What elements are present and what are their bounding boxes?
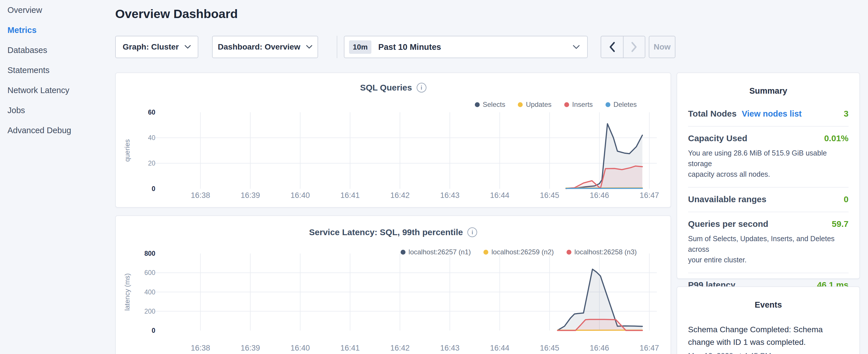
summary-row-label: Total Nodes bbox=[688, 109, 737, 119]
graph-scope-dropdown[interactable]: Graph: Cluster bbox=[115, 36, 198, 58]
x-axis-tick-label: 16:44 bbox=[490, 344, 509, 352]
chart-title: Service Latency: SQL, 99th percentile bbox=[309, 227, 463, 237]
x-axis-tick-label: 16:43 bbox=[440, 344, 460, 352]
sidebar-nav-list: OverviewMetricsDatabasesStatementsNetwor… bbox=[0, 0, 109, 140]
x-axis-tick-label: 16:45 bbox=[540, 191, 559, 200]
summary-row-value: 0.01% bbox=[824, 133, 848, 143]
sidebar: OverviewMetricsDatabasesStatementsNetwor… bbox=[0, 0, 109, 140]
events-list: Schema Change Completed: Schema change w… bbox=[677, 310, 859, 354]
metrics-dashboard-page: OverviewMetricsDatabasesStatementsNetwor… bbox=[0, 0, 868, 354]
summary-row-label: Unavailable ranges bbox=[688, 194, 766, 204]
x-axis-tick-label: 16:46 bbox=[590, 344, 609, 352]
x-axis-tick-label: 16:41 bbox=[340, 191, 360, 200]
chevron-down-icon bbox=[185, 45, 191, 49]
x-axis-tick-label: 16:40 bbox=[290, 344, 310, 352]
summary-row-capacity-used: Capacity Used0.01%You are using 28.6 MiB… bbox=[688, 127, 848, 188]
x-axis-tick-label: 16:43 bbox=[440, 191, 460, 200]
time-range-label: Past 10 Minutes bbox=[378, 42, 573, 52]
sidebar-item-network-latency[interactable]: Network Latency bbox=[0, 80, 109, 100]
sidebar-item-metrics[interactable]: Metrics bbox=[0, 20, 109, 40]
x-axis-tick-label: 16:44 bbox=[490, 191, 509, 200]
summary-row-label: Queries per second bbox=[688, 219, 768, 229]
chevron-down-icon bbox=[306, 45, 312, 49]
series-line-deletes bbox=[566, 188, 642, 189]
summary-row-label: Capacity Used bbox=[688, 133, 747, 143]
chart-plot-sql-queries[interactable]: 16:3816:3916:4016:4116:4216:4316:4416:45… bbox=[116, 102, 672, 207]
event-timestamp: May 13, 2020 at 4:45 PM bbox=[688, 351, 848, 354]
y-axis-tick-label: 400 bbox=[145, 288, 155, 296]
x-axis-tick-label: 16:42 bbox=[390, 344, 410, 352]
x-axis-tick-label: 16:40 bbox=[290, 191, 310, 200]
x-axis-tick-label: 16:38 bbox=[191, 191, 210, 200]
chart-plot-service-latency-sql-99th-percentile[interactable]: 16:3816:3916:4016:4116:4216:4316:4416:45… bbox=[116, 245, 672, 354]
chevron-left-icon bbox=[609, 41, 615, 53]
x-axis-tick-label: 16:39 bbox=[241, 344, 260, 352]
y-axis-tick-label: 600 bbox=[145, 269, 155, 277]
summary-row-subtext: You are using 28.6 MiB of 515.9 GiB usab… bbox=[688, 148, 848, 180]
time-step-button-group bbox=[601, 36, 645, 58]
x-axis-tick-label: 16:39 bbox=[241, 191, 260, 200]
sidebar-item-advanced-debug[interactable]: Advanced Debug bbox=[0, 120, 109, 140]
info-icon[interactable]: i bbox=[467, 227, 477, 237]
y-axis-unit-label: queries bbox=[123, 139, 131, 162]
y-axis-tick-label: 0 bbox=[152, 327, 155, 334]
y-axis-tick-label: 800 bbox=[145, 250, 155, 257]
sidebar-item-overview[interactable]: Overview bbox=[0, 0, 109, 20]
sidebar-item-databases[interactable]: Databases bbox=[0, 40, 109, 60]
summary-row-value: 59.7 bbox=[832, 219, 848, 229]
event-text: Schema Change Completed: Schema change w… bbox=[688, 323, 848, 349]
chevron-down-icon bbox=[573, 45, 580, 49]
chart-card-sql-queries: SQL Queries i SelectsUpdatesInsertsDelet… bbox=[115, 72, 671, 207]
summary-row-unavailable-ranges: Unavailable ranges0 bbox=[688, 188, 848, 212]
sidebar-item-jobs[interactable]: Jobs bbox=[0, 100, 109, 120]
chevron-right-icon bbox=[631, 41, 637, 53]
time-back-button[interactable] bbox=[601, 36, 623, 58]
y-axis-tick-label: 20 bbox=[148, 160, 155, 167]
x-axis-tick-label: 16:47 bbox=[640, 191, 659, 200]
summary-rows: Total NodesView nodes list3Capacity Used… bbox=[677, 96, 859, 297]
chart-title-row: Service Latency: SQL, 99th percentile i bbox=[116, 227, 671, 237]
events-title: Events bbox=[677, 300, 859, 310]
x-axis-tick-label: 16:42 bbox=[390, 191, 410, 200]
view-nodes-list-link[interactable]: View nodes list bbox=[742, 109, 802, 119]
event-item[interactable]: Schema Change Completed: Schema change w… bbox=[688, 323, 848, 354]
summary-row-subtext: Sum of Selects, Updates, Inserts, and De… bbox=[688, 233, 848, 265]
sidebar-item-statements[interactable]: Statements bbox=[0, 60, 109, 80]
chart-title: SQL Queries bbox=[360, 83, 412, 93]
y-axis-unit-label: latency (ms) bbox=[123, 273, 131, 311]
dashboard-dropdown-label: Dashboard: Overview bbox=[218, 42, 300, 52]
graph-scope-dropdown-label: Graph: Cluster bbox=[123, 42, 179, 52]
y-axis-tick-label: 60 bbox=[148, 108, 155, 116]
summary-row-value: 3 bbox=[844, 109, 848, 119]
events-panel: Events Schema Change Completed: Schema c… bbox=[677, 286, 860, 354]
summary-row-total-nodes: Total NodesView nodes list3 bbox=[688, 102, 848, 127]
chart-card-service-latency: Service Latency: SQL, 99th percentile i … bbox=[115, 215, 671, 354]
y-axis-tick-label: 200 bbox=[145, 308, 155, 315]
summary-panel: Summary Total NodesView nodes list3Capac… bbox=[677, 72, 860, 279]
chart-title-row: SQL Queries i bbox=[116, 83, 671, 93]
x-axis-tick-label: 16:46 bbox=[590, 191, 609, 200]
x-axis-tick-label: 16:41 bbox=[340, 344, 360, 352]
dashboard-dropdown[interactable]: Dashboard: Overview bbox=[212, 36, 318, 58]
summary-row-queries-per-second: Queries per second59.7Sum of Selects, Up… bbox=[688, 212, 848, 273]
x-axis-tick-label: 16:47 bbox=[640, 344, 659, 352]
y-axis-tick-label: 40 bbox=[148, 134, 155, 141]
summary-row-value: 0 bbox=[844, 194, 848, 204]
controls-divider bbox=[337, 36, 337, 58]
info-icon[interactable]: i bbox=[417, 83, 426, 93]
page-title: Overview Dashboard bbox=[115, 7, 238, 21]
y-axis-tick-label: 0 bbox=[152, 185, 155, 192]
time-range-badge: 10m bbox=[349, 40, 371, 54]
now-button[interactable]: Now bbox=[649, 36, 676, 58]
summary-title: Summary bbox=[677, 86, 859, 96]
x-axis-tick-label: 16:45 bbox=[540, 344, 559, 352]
time-forward-button[interactable] bbox=[623, 36, 645, 58]
x-axis-tick-label: 16:38 bbox=[191, 344, 210, 352]
time-range-dropdown[interactable]: 10m Past 10 Minutes bbox=[344, 36, 588, 58]
